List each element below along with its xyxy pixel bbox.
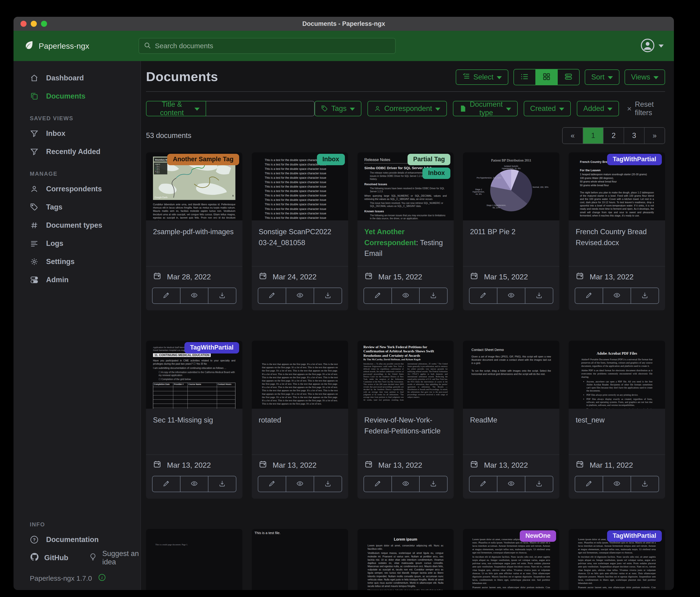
view-button[interactable]	[392, 288, 420, 304]
user-menu[interactable]	[641, 38, 664, 54]
tags-filter-button[interactable]: Tags	[315, 101, 361, 116]
download-button[interactable]	[420, 288, 448, 304]
sidebar-item-settings[interactable]: Settings	[14, 253, 141, 271]
created-date: Mar 13, 2022	[357, 454, 454, 475]
download-button[interactable]	[631, 288, 659, 304]
calendar-icon	[576, 460, 584, 470]
document-thumbnail[interactable]: Contact Sheet DemoGiven a set of image f…	[463, 341, 559, 409]
edit-button[interactable]	[258, 288, 286, 304]
zoom-window-icon[interactable]	[41, 21, 47, 27]
card-actions	[357, 475, 454, 499]
document-thumbnail[interactable]: This is the text that appears on the fir…	[252, 341, 348, 409]
download-button[interactable]	[525, 288, 553, 304]
tag-badge[interactable]: Another Sample Tag	[167, 154, 239, 165]
sidebar-item-documents[interactable]: Documents	[14, 87, 141, 105]
info-circle-icon[interactable]: i	[98, 573, 106, 583]
global-search[interactable]	[139, 38, 396, 54]
download-button[interactable]	[420, 476, 448, 492]
sidebar-item-documentation[interactable]: ? Documentation	[14, 531, 141, 549]
download-button[interactable]	[525, 476, 553, 492]
view-button[interactable]	[180, 476, 208, 492]
document-title[interactable]: French Country Bread Revised.docx	[576, 228, 647, 247]
views-button[interactable]: Views	[625, 69, 665, 85]
pagination-next[interactable]: »	[644, 128, 665, 144]
close-window-icon[interactable]	[21, 21, 27, 27]
tag-badge[interactable]: TagWithPartial	[607, 530, 662, 542]
edit-button[interactable]	[575, 288, 603, 304]
title-content-filter-button[interactable]: Title & content	[146, 101, 206, 116]
detail-view-toggle[interactable]	[557, 69, 579, 85]
view-button[interactable]	[286, 288, 314, 304]
document-title[interactable]: test_new	[576, 416, 604, 424]
minimize-window-icon[interactable]	[31, 21, 37, 27]
download-button[interactable]	[314, 288, 342, 304]
download-button[interactable]	[208, 288, 236, 304]
document-title[interactable]: 2011 BP Pie 2	[470, 228, 515, 236]
sidebar-item-recently-added[interactable]: Recently Added	[14, 143, 141, 161]
download-button[interactable]	[631, 476, 659, 492]
sidebar-item-logs[interactable]: Logs	[14, 234, 141, 253]
select-button[interactable]: Select	[456, 69, 508, 85]
correspondent-filter-button[interactable]: Correspondent	[368, 101, 447, 116]
tag-badge[interactable]: Partial Tag	[407, 154, 450, 165]
document-type-filter-button[interactable]: Document type	[453, 101, 518, 116]
pagination-page-2[interactable]: 2	[603, 128, 624, 144]
edit-button[interactable]	[364, 476, 392, 492]
document-title[interactable]: Review-of-New-York-Federal-Petitions-art…	[365, 416, 441, 435]
document-title[interactable]: Sonstige ScanPC2022 03-24_081058	[259, 228, 331, 247]
created-filter-button[interactable]: Created	[524, 101, 571, 116]
card-actions	[463, 287, 559, 310]
document-thumbnail[interactable]: Patient BP Distribution 2011 Isolated Sy…	[463, 152, 559, 220]
tag-badge[interactable]: TagWithPartial	[184, 342, 239, 354]
added-filter-button[interactable]: Added	[577, 101, 619, 116]
sort-button[interactable]: Sort	[585, 69, 620, 85]
edit-button[interactable]	[469, 476, 497, 492]
sidebar-item-inbox[interactable]: Inbox	[14, 124, 141, 143]
view-button[interactable]	[180, 288, 208, 304]
pagination-page-3[interactable]: 3	[624, 128, 644, 144]
document-thumbnail[interactable]: Lorem ipsumLorem ipsum dolor sit amet, c…	[357, 529, 454, 590]
edit-button[interactable]	[469, 288, 497, 304]
document-title[interactable]: Sec 11-Missing sig	[153, 416, 213, 424]
search-input[interactable]	[154, 42, 391, 50]
tag-badge[interactable]: TagWithPartial	[607, 154, 662, 165]
sidebar-item-admin[interactable]: Admin	[14, 271, 141, 289]
pagination-page-1[interactable]: 1	[583, 128, 603, 144]
tag-badge[interactable]: Inbox	[317, 154, 345, 165]
view-button[interactable]	[497, 288, 525, 304]
edit-button[interactable]	[152, 288, 180, 304]
document-title[interactable]: 2sample-pdf-with-images	[153, 228, 233, 236]
view-button[interactable]	[392, 476, 420, 492]
document-thumbnail[interactable]: This is a test file.	[252, 529, 348, 590]
filter-query-input[interactable]	[206, 101, 315, 116]
grid-view-toggle[interactable]	[535, 69, 557, 85]
document-thumbnail[interactable]: Adobe Acrobat PDF FilesAdobe® Portable D…	[569, 341, 665, 409]
view-button[interactable]	[603, 288, 631, 304]
edit-button[interactable]	[575, 476, 603, 492]
list-view-toggle[interactable]	[514, 69, 535, 85]
edit-button[interactable]	[152, 476, 180, 492]
download-button[interactable]	[208, 476, 236, 492]
view-button[interactable]	[286, 476, 314, 492]
sidebar-item-tags[interactable]: Tags	[14, 198, 141, 216]
suggest-idea-link[interactable]: Suggest an idea	[89, 549, 141, 566]
sidebar-item-dashboard[interactable]: Dashboard	[14, 69, 141, 87]
edit-button[interactable]	[258, 476, 286, 492]
pagination-prev[interactable]: «	[562, 128, 583, 144]
document-title[interactable]: ReadMe	[470, 416, 497, 424]
app-brand[interactable]: Paperless-ngx	[24, 40, 89, 52]
document-title[interactable]: rotated	[259, 416, 281, 424]
correspondent-link[interactable]: Yet Another Correspondent	[365, 228, 416, 247]
view-button[interactable]	[603, 476, 631, 492]
tag-badge[interactable]: Inbox	[422, 168, 450, 179]
tag-badge[interactable]: NewOne	[520, 530, 556, 542]
download-button[interactable]	[314, 476, 342, 492]
sidebar-item-correspondents[interactable]: Correspondents	[14, 180, 141, 198]
reset-filters-button[interactable]: × Reset filters	[627, 100, 665, 117]
view-button[interactable]	[497, 476, 525, 492]
sidebar-item-document-types[interactable]: Document types	[14, 216, 141, 234]
sidebar-item-github[interactable]: GitHub	[30, 552, 68, 564]
document-thumbnail[interactable]: Review of New York Federal Petitions for…	[357, 341, 454, 409]
document-thumbnail[interactable]: This is a multi page document. Page 1.	[146, 529, 243, 590]
edit-button[interactable]	[364, 288, 392, 304]
